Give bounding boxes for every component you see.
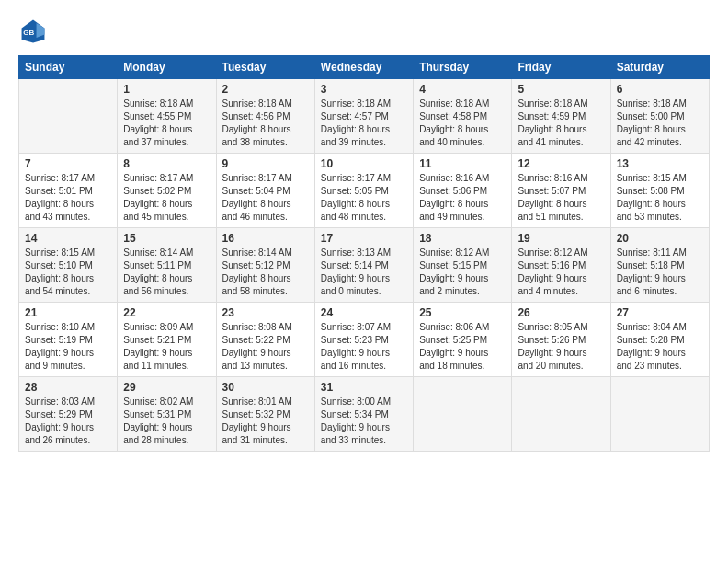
logo-icon: GB [18,17,48,46]
day-info: Sunrise: 8:02 AM Sunset: 5:31 PM Dayligh… [123,396,210,447]
day-number: 12 [518,157,604,170]
day-info: Sunrise: 8:18 AM Sunset: 4:57 PM Dayligh… [321,98,407,149]
calendar-cell: 28Sunrise: 8:03 AM Sunset: 5:29 PM Dayli… [19,377,118,452]
calendar-cell: 12Sunrise: 8:16 AM Sunset: 5:07 PM Dayli… [512,154,610,228]
calendar-cell: 14Sunrise: 8:15 AM Sunset: 5:10 PM Dayli… [19,228,118,303]
calendar-cell: 19Sunrise: 8:12 AM Sunset: 5:16 PM Dayli… [512,228,610,303]
day-info: Sunrise: 8:04 AM Sunset: 5:28 PM Dayligh… [617,321,703,373]
day-info: Sunrise: 8:08 AM Sunset: 5:22 PM Dayligh… [222,321,309,373]
calendar-cell: 31Sunrise: 8:00 AM Sunset: 5:34 PM Dayli… [314,377,413,452]
day-info: Sunrise: 8:18 AM Sunset: 5:00 PM Dayligh… [617,98,703,149]
day-info: Sunrise: 8:16 AM Sunset: 5:06 PM Dayligh… [419,172,506,224]
calendar-cell: 10Sunrise: 8:17 AM Sunset: 5:05 PM Dayli… [314,154,413,228]
calendar-header-row: SundayMondayTuesdayWednesdayThursdayFrid… [19,56,710,79]
day-number: 13 [617,157,703,170]
calendar-cell: 29Sunrise: 8:02 AM Sunset: 5:31 PM Dayli… [118,377,216,452]
day-number: 23 [222,306,309,319]
calendar-week-row: 28Sunrise: 8:03 AM Sunset: 5:29 PM Dayli… [19,377,710,452]
day-number: 14 [25,232,111,245]
day-info: Sunrise: 8:10 AM Sunset: 5:19 PM Dayligh… [25,321,111,373]
calendar-cell [414,377,512,452]
day-number: 6 [617,83,703,96]
day-number: 30 [222,381,309,394]
calendar-cell: 15Sunrise: 8:14 AM Sunset: 5:11 PM Dayli… [118,228,216,303]
day-info: Sunrise: 8:03 AM Sunset: 5:29 PM Dayligh… [25,396,111,447]
day-number: 29 [123,381,210,394]
day-number: 27 [617,306,703,319]
day-info: Sunrise: 8:14 AM Sunset: 5:11 PM Dayligh… [123,247,210,298]
calendar-cell [610,377,709,452]
weekday-header: Thursday [414,56,512,79]
calendar-cell: 6Sunrise: 8:18 AM Sunset: 5:00 PM Daylig… [610,79,709,154]
calendar-cell: 11Sunrise: 8:16 AM Sunset: 5:06 PM Dayli… [414,154,512,228]
day-info: Sunrise: 8:14 AM Sunset: 5:12 PM Dayligh… [222,247,309,298]
calendar-cell: 27Sunrise: 8:04 AM Sunset: 5:28 PM Dayli… [610,303,709,377]
day-info: Sunrise: 8:17 AM Sunset: 5:02 PM Dayligh… [123,172,210,224]
day-info: Sunrise: 8:06 AM Sunset: 5:25 PM Dayligh… [419,321,506,373]
calendar-cell: 5Sunrise: 8:18 AM Sunset: 4:59 PM Daylig… [512,79,610,154]
calendar-week-row: 21Sunrise: 8:10 AM Sunset: 5:19 PM Dayli… [19,303,710,377]
day-info: Sunrise: 8:13 AM Sunset: 5:14 PM Dayligh… [321,247,407,298]
day-info: Sunrise: 8:18 AM Sunset: 4:59 PM Dayligh… [518,98,604,149]
day-number: 21 [25,306,111,319]
calendar-cell: 2Sunrise: 8:18 AM Sunset: 4:56 PM Daylig… [216,79,314,154]
day-number: 7 [25,157,111,170]
calendar-cell: 24Sunrise: 8:07 AM Sunset: 5:23 PM Dayli… [314,303,413,377]
weekday-header: Monday [118,56,216,79]
calendar-cell: 20Sunrise: 8:11 AM Sunset: 5:18 PM Dayli… [610,228,709,303]
weekday-header: Sunday [19,56,118,79]
calendar-cell: 17Sunrise: 8:13 AM Sunset: 5:14 PM Dayli… [314,228,413,303]
calendar-week-row: 7Sunrise: 8:17 AM Sunset: 5:01 PM Daylig… [19,154,710,228]
day-number: 17 [321,232,407,245]
calendar-cell: 8Sunrise: 8:17 AM Sunset: 5:02 PM Daylig… [118,154,216,228]
day-number: 8 [123,157,210,170]
day-info: Sunrise: 8:17 AM Sunset: 5:01 PM Dayligh… [25,172,111,224]
day-info: Sunrise: 8:15 AM Sunset: 5:08 PM Dayligh… [617,172,703,224]
day-number: 3 [321,83,407,96]
calendar-cell: 1Sunrise: 8:18 AM Sunset: 4:55 PM Daylig… [118,79,216,154]
calendar-cell: 30Sunrise: 8:01 AM Sunset: 5:32 PM Dayli… [216,377,314,452]
calendar-cell: 21Sunrise: 8:10 AM Sunset: 5:19 PM Dayli… [19,303,118,377]
calendar-cell: 9Sunrise: 8:17 AM Sunset: 5:04 PM Daylig… [216,154,314,228]
day-number: 5 [518,83,604,96]
day-number: 28 [25,381,111,394]
calendar-cell: 4Sunrise: 8:18 AM Sunset: 4:58 PM Daylig… [414,79,512,154]
day-info: Sunrise: 8:18 AM Sunset: 4:55 PM Dayligh… [123,98,210,149]
calendar-cell: 3Sunrise: 8:18 AM Sunset: 4:57 PM Daylig… [314,79,413,154]
day-number: 9 [222,157,309,170]
day-info: Sunrise: 8:18 AM Sunset: 4:56 PM Dayligh… [222,98,309,149]
day-info: Sunrise: 8:12 AM Sunset: 5:15 PM Dayligh… [419,247,506,298]
day-number: 18 [419,232,506,245]
calendar-cell: 22Sunrise: 8:09 AM Sunset: 5:21 PM Dayli… [118,303,216,377]
day-info: Sunrise: 8:09 AM Sunset: 5:21 PM Dayligh… [123,321,210,373]
day-info: Sunrise: 8:18 AM Sunset: 4:58 PM Dayligh… [419,98,506,149]
day-number: 19 [518,232,604,245]
day-info: Sunrise: 8:12 AM Sunset: 5:16 PM Dayligh… [518,247,604,298]
day-number: 4 [419,83,506,96]
day-number: 1 [123,83,210,96]
calendar-cell: 18Sunrise: 8:12 AM Sunset: 5:15 PM Dayli… [414,228,512,303]
weekday-header: Saturday [610,56,709,79]
day-number: 22 [123,306,210,319]
calendar-table: SundayMondayTuesdayWednesdayThursdayFrid… [18,55,710,452]
day-number: 11 [419,157,506,170]
day-number: 16 [222,232,309,245]
day-info: Sunrise: 8:00 AM Sunset: 5:34 PM Dayligh… [321,396,407,447]
calendar-week-row: 1Sunrise: 8:18 AM Sunset: 4:55 PM Daylig… [19,79,710,154]
calendar-cell: 7Sunrise: 8:17 AM Sunset: 5:01 PM Daylig… [19,154,118,228]
day-number: 20 [617,232,703,245]
day-number: 24 [321,306,407,319]
day-info: Sunrise: 8:07 AM Sunset: 5:23 PM Dayligh… [321,321,407,373]
day-info: Sunrise: 8:17 AM Sunset: 5:04 PM Dayligh… [222,172,309,224]
header: GB [18,17,710,46]
calendar-cell: 25Sunrise: 8:06 AM Sunset: 5:25 PM Dayli… [414,303,512,377]
day-info: Sunrise: 8:16 AM Sunset: 5:07 PM Dayligh… [518,172,604,224]
calendar-week-row: 14Sunrise: 8:15 AM Sunset: 5:10 PM Dayli… [19,228,710,303]
calendar-cell: 13Sunrise: 8:15 AM Sunset: 5:08 PM Dayli… [610,154,709,228]
page: GB SundayMondayTuesdayWednesdayThursdayF… [0,0,728,463]
weekday-header: Tuesday [216,56,314,79]
day-info: Sunrise: 8:05 AM Sunset: 5:26 PM Dayligh… [518,321,604,373]
svg-text:GB: GB [23,29,34,37]
day-number: 15 [123,232,210,245]
day-number: 31 [321,381,407,394]
